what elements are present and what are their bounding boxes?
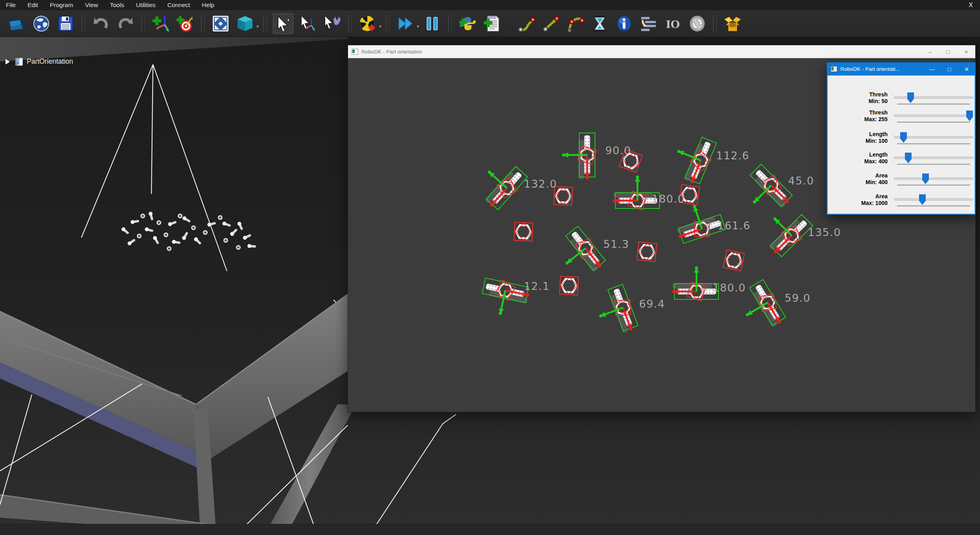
chevron-down-icon[interactable]: ▾	[256, 24, 259, 29]
slider-tick-line	[897, 164, 970, 165]
detected-bolt	[668, 131, 718, 187]
slider-handle[interactable]	[900, 132, 907, 143]
close-button[interactable]: ×	[957, 48, 975, 55]
angle-label: 51.3	[603, 238, 629, 250]
minimize-button[interactable]: —	[923, 66, 941, 72]
wait-icon[interactable]	[590, 14, 610, 33]
small-nut	[224, 239, 228, 242]
check-collisions-icon[interactable]	[358, 14, 378, 33]
slider-handle[interactable]	[919, 194, 926, 205]
angle-label: 90.0	[605, 144, 631, 157]
save-icon[interactable]	[56, 14, 76, 33]
menu-view[interactable]: View	[79, 0, 104, 10]
set-io-icon[interactable]: IO	[663, 14, 683, 33]
close-button[interactable]: ✕	[958, 66, 975, 72]
detected-nut	[723, 250, 745, 271]
menu-connect[interactable]: Connect	[162, 0, 196, 10]
slider-handle[interactable]	[905, 153, 912, 163]
menu-bar: FileEditProgramViewToolsUtilitiesConnect…	[0, 0, 980, 10]
slider-tick-line	[897, 122, 970, 123]
camera-window-titlebar[interactable]: RoboDK - Part orientation – □ ×	[348, 45, 975, 58]
menu-tools[interactable]: Tools	[104, 0, 130, 10]
slider-row-length-max: LengthMax: 400	[828, 153, 974, 170]
angle-label: 45.0	[788, 175, 814, 187]
angle-label: 112.6	[716, 149, 750, 162]
slider-row-area-max: AreaMax: 1000	[828, 194, 974, 212]
slider-tick-line	[897, 184, 970, 186]
station-icon	[15, 58, 23, 66]
maximize-button[interactable]: □	[939, 48, 957, 55]
add-reference-frame-icon[interactable]	[151, 14, 171, 33]
slider-label: ThreshMax: 255	[864, 109, 888, 123]
small-nut	[138, 234, 141, 238]
slider-handle[interactable]	[922, 173, 929, 184]
small-nut	[168, 247, 171, 251]
detected-bolt	[552, 225, 608, 283]
maximize-button[interactable]: □	[941, 66, 958, 72]
add-python-program-icon[interactable]	[458, 14, 477, 33]
toolbar-separator	[201, 15, 205, 32]
slider-label: ThreshMin: 50	[869, 91, 888, 105]
tree-item-partorientation[interactable]: PartOrientation	[6, 57, 73, 66]
pause-icon[interactable]	[422, 14, 442, 33]
slider-tick-line	[897, 143, 970, 144]
fit-all-icon[interactable]	[211, 14, 230, 33]
redo-icon[interactable]	[116, 14, 135, 33]
slider-track[interactable]	[894, 177, 973, 180]
menu-edit[interactable]: Edit	[22, 0, 44, 10]
angle-label: 132.0	[524, 178, 557, 190]
menu-file[interactable]: File	[0, 0, 22, 10]
toolbar-separator	[263, 15, 267, 32]
app-close-button[interactable]: X	[962, 2, 980, 9]
settings-window-titlebar[interactable]: RoboDK - Part orientati... — □ ✕	[827, 63, 975, 76]
settings-window: RoboDK - Part orientati... — □ ✕ ThreshM…	[827, 62, 976, 215]
slider-row-thresh-min: ThreshMin: 50	[828, 92, 974, 110]
simulate-event-icon[interactable]	[723, 14, 742, 33]
slider-track[interactable]	[894, 114, 973, 117]
move-circular-icon[interactable]	[566, 14, 585, 33]
open-online-library-icon[interactable]	[31, 14, 51, 33]
slider-track[interactable]	[894, 198, 973, 201]
menu-utilities[interactable]: Utilities	[130, 0, 162, 10]
slider-track[interactable]	[894, 96, 973, 99]
fast-simulation-icon[interactable]	[396, 14, 415, 33]
program-call-icon[interactable]	[639, 14, 658, 33]
open-file-icon[interactable]	[7, 14, 27, 33]
io-glyph: IO	[666, 17, 680, 30]
move-joint-icon[interactable]	[517, 14, 536, 33]
detected-bolt	[562, 133, 597, 179]
small-nut	[179, 214, 182, 218]
detected-bolt	[672, 266, 718, 301]
small-nut	[164, 233, 168, 237]
small-nut	[237, 246, 240, 249]
move-reference-icon[interactable]	[298, 14, 318, 33]
move-linear-icon[interactable]	[541, 14, 561, 33]
minimize-button[interactable]: –	[921, 48, 939, 55]
slider-handle[interactable]	[966, 111, 973, 121]
toolbar-separator	[386, 15, 390, 32]
slider-row-area-min: AreaMin: 400	[828, 173, 974, 191]
angle-label: 69.4	[639, 298, 665, 310]
show-message-icon[interactable]	[614, 14, 634, 33]
add-target-icon[interactable]	[175, 14, 195, 33]
detected-bolt	[738, 163, 795, 220]
update-icon[interactable]	[687, 14, 707, 33]
menu-program[interactable]: Program	[44, 0, 79, 10]
slider-label: AreaMax: 1000	[861, 193, 888, 207]
move-tool-icon[interactable]	[322, 14, 342, 33]
detected-bolt	[479, 277, 531, 320]
chevron-down-icon[interactable]: ▾	[379, 24, 381, 29]
add-program-icon[interactable]	[482, 14, 502, 33]
chevron-down-icon[interactable]: ▾	[417, 24, 419, 29]
select-cursor-icon[interactable]	[273, 13, 293, 34]
slider-row-thresh-max: ThreshMax: 255	[828, 111, 974, 128]
detected-bolt	[757, 202, 814, 260]
slider-handle[interactable]	[907, 92, 914, 103]
menu-help[interactable]: Help	[196, 0, 220, 10]
tree-expand-arrow-icon[interactable]	[6, 59, 10, 65]
undo-icon[interactable]	[91, 14, 111, 33]
isometric-view-icon[interactable]	[235, 14, 255, 33]
toolbar: ▾ ▾ ▾ IO	[0, 10, 980, 37]
small-nut	[157, 221, 161, 225]
toolbar-separator	[348, 15, 352, 32]
